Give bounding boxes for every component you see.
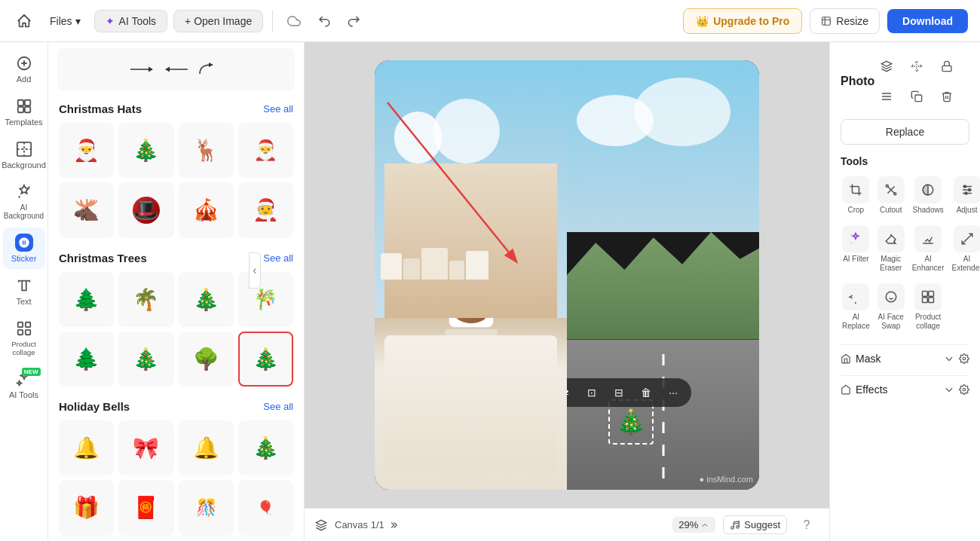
sticker-cell[interactable]: 🎄 xyxy=(118,332,173,387)
svg-point-35 xyxy=(963,388,966,391)
sticker-cell[interactable]: 🦌 xyxy=(179,123,234,178)
effects-settings-icon[interactable] xyxy=(959,384,969,395)
ai-filter-tool[interactable]: AI Filter xyxy=(841,222,871,276)
ai-extender-tool[interactable]: AI Extender xyxy=(951,222,980,276)
svg-rect-20 xyxy=(915,95,922,102)
sticker-delete-button[interactable]: 🗑 xyxy=(635,382,657,403)
sticker-more-button[interactable]: ··· xyxy=(663,382,684,403)
sticker-cell[interactable]: 🎅 xyxy=(238,123,293,178)
effects-section-header[interactable]: Effects xyxy=(841,384,969,396)
svg-line-28 xyxy=(851,243,852,243)
svg-point-26 xyxy=(965,192,967,194)
effects-icon xyxy=(841,384,851,395)
zoom-control[interactable]: 29% xyxy=(672,517,715,533)
shadows-tool[interactable]: Shadows xyxy=(911,173,946,218)
ai-enhancer-tool[interactable]: AI Enhancer xyxy=(911,222,946,276)
svg-rect-2 xyxy=(17,100,23,105)
sidebar-item-product-collage[interactable]: Product collage xyxy=(3,313,45,362)
align-icon[interactable] xyxy=(874,84,899,109)
sticker-copy-button[interactable]: ⊡ xyxy=(581,382,602,403)
duplicate-icon[interactable] xyxy=(905,84,929,109)
sticker-toolbar: ⇄ ⊡ ⊟ 🗑 ··· xyxy=(567,378,691,407)
magic-eraser-tool[interactable]: Magic Eraser xyxy=(876,222,906,276)
svg-rect-31 xyxy=(929,292,934,297)
sidebar-item-ai-tools[interactable]: NEW AI Tools xyxy=(3,364,45,405)
ai-replace-tool[interactable]: AI Replace xyxy=(841,280,871,334)
svg-rect-9 xyxy=(17,330,22,335)
product-collage-tool[interactable]: Product collage xyxy=(911,280,946,334)
sidebar-item-add[interactable]: Add xyxy=(3,48,45,90)
ai-face-swap-tool[interactable]: AI Face Swap xyxy=(876,280,906,334)
open-image-button[interactable]: + Open Image xyxy=(173,10,263,32)
sticker-cell[interactable]: 🌲 xyxy=(59,332,114,387)
canvas-content[interactable]: 🎄 ⇄ ⊡ ⊟ 🗑 ··· ● insMind.com xyxy=(305,42,829,508)
cloud-icon[interactable] xyxy=(282,9,306,33)
sticker-cell[interactable]: 🎩 xyxy=(118,182,173,237)
mask-settings-icon[interactable] xyxy=(959,353,969,364)
files-menu[interactable]: Files ▾ xyxy=(42,11,88,32)
sticker-cell[interactable]: 🎄 xyxy=(118,123,173,178)
sticker-cell[interactable]: 🎁 xyxy=(59,480,114,535)
transform-icon[interactable] xyxy=(905,54,929,78)
resize-button[interactable]: Resize xyxy=(810,8,880,34)
sidebar-item-templates[interactable]: Templates xyxy=(3,91,45,133)
layers-icon[interactable] xyxy=(315,519,327,531)
download-button[interactable]: Download xyxy=(887,9,968,33)
svg-rect-10 xyxy=(25,330,29,335)
sticker-cell[interactable]: 🌳 xyxy=(179,332,234,387)
sticker-cell[interactable]: 🎅 xyxy=(59,123,114,178)
sidebar-item-background[interactable]: Background xyxy=(3,134,45,176)
sidebar-item-text[interactable]: Text xyxy=(3,270,45,312)
cutout-tool[interactable]: Cutout xyxy=(876,173,906,218)
tools-section: Tools Crop Cutout xyxy=(841,155,969,334)
holiday-bells-section: Holiday Bells See all 🔔 🎀 🔔 🎄 🎁 🧧 🎊 🎈 xyxy=(48,393,304,541)
sticker-cell[interactable]: 🌴 xyxy=(118,272,173,327)
sticker-crop-button[interactable]: ⊟ xyxy=(608,382,629,403)
sticker-cell[interactable]: 🎀 xyxy=(118,420,173,475)
panel-collapse-button[interactable]: ‹ xyxy=(249,252,261,289)
tools-section-title: Tools xyxy=(841,155,969,167)
mask-expand-icon[interactable] xyxy=(944,353,954,364)
replace-button[interactable]: Replace xyxy=(841,119,969,145)
sticker-cell[interactable]: 🔔 xyxy=(179,420,234,475)
sidebar-item-sticker[interactable]: Sticker xyxy=(3,228,45,269)
sticker-flip-button[interactable]: ⇄ xyxy=(567,382,575,403)
sticker-cell[interactable]: 🌲 xyxy=(59,272,114,327)
svg-point-34 xyxy=(963,357,966,360)
upgrade-button[interactable]: 👑 Upgrade to Pro xyxy=(683,8,802,34)
sidebar-item-ai-background[interactable]: AI Background xyxy=(3,177,45,226)
adjust-tool[interactable]: Adjust xyxy=(951,173,980,218)
sticker-cell[interactable]: 🎊 xyxy=(179,480,234,535)
svg-rect-4 xyxy=(17,107,23,112)
christmas-hats-section: Christmas Hats See all 🎅 🎄 🦌 🎅 🫎 🎩 🎪 🧑‍🎄 xyxy=(48,95,304,244)
sticker-cell[interactable]: 🫎 xyxy=(59,182,114,237)
phone-right-image: 🎄 ⇄ ⊡ ⊟ 🗑 ··· ● insMind.com xyxy=(567,60,759,490)
home-button[interactable] xyxy=(12,9,36,33)
undo-button[interactable] xyxy=(312,9,336,33)
canvas-right-controls: 29% Suggest ? xyxy=(672,513,819,537)
sticker-cell[interactable]: 🧑‍🎄 xyxy=(238,182,293,237)
delete-icon[interactable] xyxy=(935,84,959,109)
ai-tools-button[interactable]: ✦ AI Tools xyxy=(94,10,168,32)
mask-section-header[interactable]: Mask xyxy=(841,353,969,365)
sticker-cell[interactable]: 🔔 xyxy=(59,420,114,475)
sticker-cell[interactable]: 🎄 xyxy=(179,272,234,327)
redo-button[interactable] xyxy=(342,9,366,33)
sticker-cell-selected[interactable]: 🎄 xyxy=(238,332,293,387)
watermark: ● insMind.com xyxy=(700,475,753,484)
effects-expand-icon[interactable] xyxy=(944,384,954,395)
sticker-panel: Christmas Hats See all 🎅 🎄 🦌 🎅 🫎 🎩 🎪 🧑‍🎄… xyxy=(48,42,305,541)
sticker-cell[interactable]: 🧧 xyxy=(118,480,173,535)
topbar: Files ▾ ✦ AI Tools + Open Image 👑 Upgrad… xyxy=(0,0,980,42)
svg-rect-0 xyxy=(822,17,831,25)
sticker-cell[interactable]: 🎋 xyxy=(238,272,293,327)
mask-section: Mask xyxy=(841,344,969,365)
sticker-cell[interactable]: 🎪 xyxy=(179,182,234,237)
crop-tool[interactable]: Crop xyxy=(841,173,871,218)
help-button[interactable]: ? xyxy=(795,513,819,537)
layers-icon[interactable] xyxy=(874,54,899,78)
suggest-button[interactable]: Suggest xyxy=(723,515,787,534)
lock-icon[interactable] xyxy=(935,54,959,78)
sticker-cell[interactable]: 🎄 xyxy=(238,420,293,475)
sticker-cell[interactable]: 🎈 xyxy=(238,480,293,535)
